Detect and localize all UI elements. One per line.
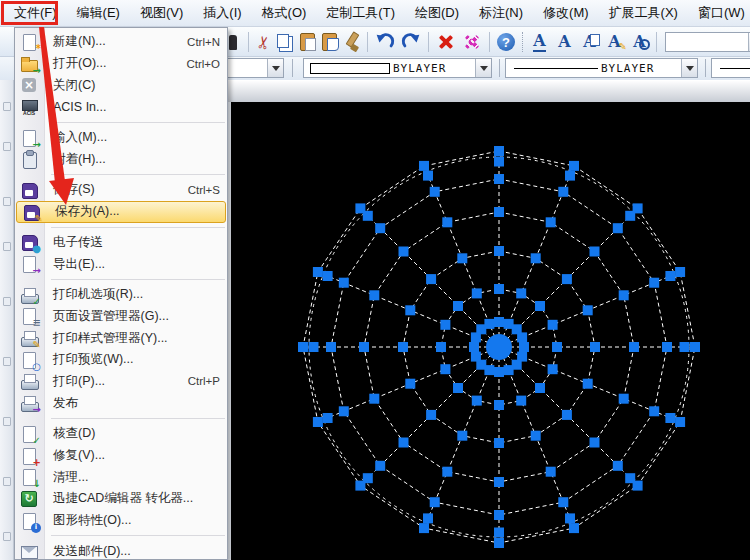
print-preview-icon: ○ — [20, 351, 38, 369]
menu-item-acis-in[interactable]: ACIS In... — [15, 96, 227, 118]
spider-web-drawing — [231, 102, 750, 560]
menu-item-label: 附着(H)... — [53, 151, 106, 168]
menu-item-audit[interactable]: ✓核查(D) — [15, 423, 227, 445]
erase-dashed-icon[interactable] — [459, 30, 485, 54]
menu-draw[interactable]: 绘图(D) — [405, 0, 469, 26]
drawing-area[interactable] — [231, 102, 750, 560]
menu-item-close[interactable]: 关闭(C) — [15, 74, 227, 96]
plot-style-manager-icon: ✎ — [20, 329, 38, 347]
menu-item-plot-style-manager[interactable]: ✎打印样式管理器(Y)... — [15, 327, 227, 349]
chevron-down-icon[interactable] — [267, 59, 283, 77]
menu-item-label: 图形特性(O)... — [53, 512, 131, 529]
menu-edit[interactable]: 编辑(E) — [67, 0, 130, 26]
menu-item-label: 清理... — [53, 469, 88, 486]
docked-tool-icon[interactable] — [3, 297, 11, 306]
menu-item-label: 发布 — [53, 395, 78, 412]
text-style-combo[interactable] — [665, 32, 750, 52]
find-text-icon[interactable] — [627, 30, 652, 54]
menu-item-label: 打印(P)... — [53, 373, 105, 390]
text-icon[interactable] — [552, 30, 577, 54]
docked-tool-icon[interactable] — [3, 242, 11, 251]
docked-tool-icon[interactable] — [3, 357, 11, 366]
linetype-combo[interactable]: BYLAYER — [505, 58, 698, 78]
color-value: BYLAYER — [390, 62, 475, 75]
menu-item-label: 保存(S) — [53, 181, 95, 198]
docked-tool-icon[interactable] — [3, 142, 11, 151]
menu-item-import[interactable]: →输入(M)... — [15, 127, 227, 149]
menu-item-open[interactable]: →打开(O)...Ctrl+O — [15, 53, 227, 75]
purge-icon: ↓ — [20, 468, 38, 486]
menu-item-new[interactable]: *新建(N)...Ctrl+N — [15, 31, 227, 53]
docked-tool-icon[interactable] — [3, 477, 11, 486]
toolbar-separator — [522, 32, 523, 52]
page-setup-manager-icon: ≡ — [20, 307, 38, 325]
docked-tool-icon[interactable] — [3, 532, 11, 541]
menu-item-label: ACIS In... — [53, 100, 107, 114]
menu-separator — [15, 531, 227, 540]
menu-item-save[interactable]: 保存(S)Ctrl+S — [15, 179, 227, 201]
menu-item-label: 打印预览(W)... — [53, 351, 134, 368]
menu-item-drawing-properties[interactable]: i图形特性(O)... — [15, 510, 227, 532]
menu-view[interactable]: 视图(V) — [130, 0, 193, 26]
menu-format[interactable]: 格式(O) — [252, 0, 317, 26]
menu-item-label: 发送邮件(D)... — [53, 543, 131, 560]
lineweight-combo[interactable] — [711, 58, 750, 78]
menu-item-label: 迅捷CAD编辑器 转化器... — [53, 490, 193, 507]
menu-item-cad-converter[interactable]: 迅捷CAD编辑器 转化器... — [15, 488, 227, 510]
menu-item-etransmit[interactable]: ●电子传送 — [15, 232, 227, 254]
menu-item-label: 打印机选项(R)... — [53, 286, 143, 303]
chevron-down-icon[interactable] — [681, 59, 697, 77]
menu-file[interactable]: 文件(F) — [4, 0, 67, 26]
menu-bar: 文件(F)编辑(E)视图(V)插入(I)格式(O)定制工具(T)绘图(D)标注(… — [0, 0, 750, 27]
menu-item-recover[interactable]: +修复(V)... — [15, 445, 227, 467]
menu-item-publish[interactable]: →发布 — [15, 392, 227, 414]
docked-tool-icon[interactable] — [3, 102, 11, 111]
menu-window[interactable]: 窗口(W) — [688, 0, 750, 26]
color-combo[interactable]: BYLAYER — [303, 58, 492, 78]
open-file-icon: → — [20, 55, 38, 73]
edit-text-icon[interactable] — [602, 30, 627, 54]
format-painter-icon[interactable] — [341, 30, 363, 54]
menu-item-purge[interactable]: ↓清理... — [15, 466, 227, 488]
menu-custom-tools[interactable]: 定制工具(T) — [316, 0, 405, 26]
menu-modify[interactable]: 修改(M) — [533, 0, 599, 26]
cut-icon[interactable] — [253, 30, 275, 54]
menu-item-label: 导出(E)... — [53, 256, 105, 273]
toolbar-separator — [656, 32, 657, 52]
printer-options-icon: ✓ — [20, 286, 38, 304]
help-icon[interactable] — [494, 30, 518, 54]
redo-icon[interactable] — [398, 30, 424, 54]
cad-app-window: 文件(F)编辑(E)视图(V)插入(I)格式(O)定制工具(T)绘图(D)标注(… — [0, 0, 750, 560]
copy-icon[interactable] — [275, 30, 297, 54]
menu-item-attach[interactable]: 附着(H)... — [15, 148, 227, 170]
paste-icon[interactable] — [297, 30, 319, 54]
menu-item-printer-options[interactable]: ✓打印机选项(R)... — [15, 284, 227, 306]
undo-icon[interactable] — [372, 30, 398, 54]
menu-item-shortcut: Ctrl+O — [178, 58, 220, 70]
menu-dimension[interactable]: 标注(N) — [469, 0, 533, 26]
underline-text-icon[interactable] — [527, 30, 552, 54]
paste-special-icon[interactable] — [319, 30, 341, 54]
chevron-down-icon[interactable] — [475, 59, 491, 77]
menu-separator — [15, 275, 227, 284]
menu-item-print-preview[interactable]: ○打印预览(W)... — [15, 349, 227, 371]
menu-insert[interactable]: 插入(I) — [193, 0, 251, 26]
menu-item-print[interactable]: 打印(P)...Ctrl+P — [15, 371, 227, 393]
new-file-icon: * — [20, 33, 38, 51]
menu-item-page-setup-manager[interactable]: ≡页面设置管理器(G)... — [15, 306, 227, 328]
check-text-icon[interactable] — [577, 30, 602, 54]
docked-tool-icon[interactable] — [3, 197, 11, 206]
menu-item-export[interactable]: →导出(E)... — [15, 253, 227, 275]
menu-item-label: 打印样式管理器(Y)... — [53, 330, 168, 347]
menu-item-label: 核查(D) — [53, 425, 95, 442]
file-menu-panel: *新建(N)...Ctrl+N→打开(O)...Ctrl+O关闭(C)ACIS … — [14, 27, 228, 560]
audit-icon: ✓ — [20, 425, 38, 443]
menu-item-send-mail[interactable]: 发送邮件(D)... — [15, 540, 227, 560]
print-icon — [20, 372, 38, 390]
erase-icon[interactable] — [433, 30, 459, 54]
menu-separator — [15, 118, 227, 127]
color-swatch — [310, 63, 390, 74]
docked-tool-icon[interactable] — [3, 417, 11, 426]
menu-item-save-as[interactable]: ✎保存为(A)... — [16, 201, 226, 223]
menu-express-tools[interactable]: 扩展工具(X) — [599, 0, 688, 26]
